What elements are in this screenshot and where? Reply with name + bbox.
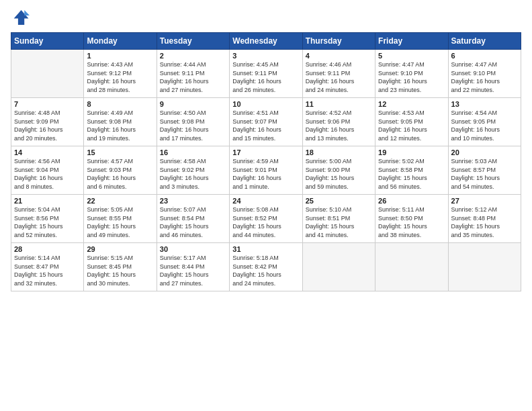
header-row: SundayMondayTuesdayWednesdayThursdayFrid… bbox=[11, 33, 521, 50]
calendar-cell: 2Sunrise: 4:44 AM Sunset: 9:11 PM Daylig… bbox=[157, 50, 229, 98]
calendar-cell: 20Sunrise: 5:03 AM Sunset: 8:57 PM Dayli… bbox=[448, 146, 521, 195]
day-number: 22 bbox=[87, 197, 153, 205]
day-header-tuesday: Tuesday bbox=[157, 33, 229, 50]
week-row-5: 28Sunrise: 5:14 AM Sunset: 8:47 PM Dayli… bbox=[11, 243, 521, 291]
day-number: 23 bbox=[160, 197, 226, 205]
calendar-cell: 22Sunrise: 5:05 AM Sunset: 8:55 PM Dayli… bbox=[84, 195, 157, 243]
day-number: 10 bbox=[232, 100, 299, 108]
day-info: Sunrise: 4:44 AM Sunset: 9:11 PM Dayligh… bbox=[160, 60, 226, 94]
calendar-cell: 15Sunrise: 4:57 AM Sunset: 9:03 PM Dayli… bbox=[84, 146, 157, 195]
day-header-wednesday: Wednesday bbox=[230, 33, 302, 50]
day-header-saturday: Saturday bbox=[448, 33, 521, 50]
day-number: 7 bbox=[14, 100, 81, 108]
day-number: 29 bbox=[87, 245, 153, 253]
day-info: Sunrise: 5:15 AM Sunset: 8:45 PM Dayligh… bbox=[87, 254, 153, 287]
calendar-cell: 14Sunrise: 4:56 AM Sunset: 9:04 PM Dayli… bbox=[11, 146, 84, 195]
day-info: Sunrise: 4:51 AM Sunset: 9:07 PM Dayligh… bbox=[232, 109, 299, 142]
calendar-cell: 12Sunrise: 4:53 AM Sunset: 9:05 PM Dayli… bbox=[375, 98, 448, 146]
day-info: Sunrise: 4:49 AM Sunset: 9:08 PM Dayligh… bbox=[87, 109, 153, 142]
day-info: Sunrise: 4:59 AM Sunset: 9:01 PM Dayligh… bbox=[232, 157, 299, 191]
week-row-1: 1Sunrise: 4:43 AM Sunset: 9:12 PM Daylig… bbox=[11, 50, 521, 98]
calendar-cell: 9Sunrise: 4:50 AM Sunset: 9:08 PM Daylig… bbox=[157, 98, 229, 146]
day-info: Sunrise: 4:46 AM Sunset: 9:11 PM Dayligh… bbox=[306, 60, 372, 94]
calendar-cell bbox=[375, 243, 448, 291]
logo-icon bbox=[11, 8, 30, 27]
day-number: 17 bbox=[232, 148, 299, 156]
day-number: 8 bbox=[87, 100, 153, 108]
day-number: 4 bbox=[306, 52, 372, 60]
day-header-monday: Monday bbox=[84, 33, 157, 50]
calendar-cell: 16Sunrise: 4:58 AM Sunset: 9:02 PM Dayli… bbox=[157, 146, 229, 195]
day-number: 13 bbox=[451, 100, 518, 108]
day-info: Sunrise: 5:18 AM Sunset: 8:42 PM Dayligh… bbox=[232, 254, 299, 287]
calendar-cell: 18Sunrise: 5:00 AM Sunset: 9:00 PM Dayli… bbox=[302, 146, 375, 195]
calendar-cell bbox=[302, 243, 375, 291]
day-number: 12 bbox=[378, 100, 445, 108]
calendar-cell bbox=[448, 243, 521, 291]
day-info: Sunrise: 4:45 AM Sunset: 9:11 PM Dayligh… bbox=[232, 60, 299, 94]
day-info: Sunrise: 4:58 AM Sunset: 9:02 PM Dayligh… bbox=[160, 157, 226, 191]
day-info: Sunrise: 4:43 AM Sunset: 9:12 PM Dayligh… bbox=[87, 60, 153, 94]
day-number: 14 bbox=[14, 148, 81, 156]
week-row-4: 21Sunrise: 5:04 AM Sunset: 8:56 PM Dayli… bbox=[11, 195, 521, 243]
day-info: Sunrise: 4:52 AM Sunset: 9:06 PM Dayligh… bbox=[306, 109, 372, 142]
day-info: Sunrise: 5:14 AM Sunset: 8:47 PM Dayligh… bbox=[14, 254, 81, 287]
day-number: 6 bbox=[451, 52, 518, 60]
day-number: 26 bbox=[378, 197, 445, 205]
week-row-3: 14Sunrise: 4:56 AM Sunset: 9:04 PM Dayli… bbox=[11, 146, 521, 195]
calendar-cell: 10Sunrise: 4:51 AM Sunset: 9:07 PM Dayli… bbox=[230, 98, 302, 146]
calendar-cell: 19Sunrise: 5:02 AM Sunset: 8:58 PM Dayli… bbox=[375, 146, 448, 195]
day-number: 15 bbox=[87, 148, 153, 156]
day-number: 16 bbox=[160, 148, 226, 156]
day-info: Sunrise: 5:04 AM Sunset: 8:56 PM Dayligh… bbox=[14, 205, 81, 239]
day-number: 21 bbox=[14, 197, 81, 205]
day-info: Sunrise: 4:50 AM Sunset: 9:08 PM Dayligh… bbox=[160, 109, 226, 142]
calendar-cell: 21Sunrise: 5:04 AM Sunset: 8:56 PM Dayli… bbox=[11, 195, 84, 243]
day-info: Sunrise: 5:02 AM Sunset: 8:58 PM Dayligh… bbox=[378, 157, 445, 191]
day-info: Sunrise: 5:12 AM Sunset: 8:48 PM Dayligh… bbox=[451, 205, 518, 239]
day-info: Sunrise: 4:53 AM Sunset: 9:05 PM Dayligh… bbox=[378, 109, 445, 142]
day-number: 20 bbox=[451, 148, 518, 156]
day-number: 28 bbox=[14, 245, 81, 253]
calendar-cell: 26Sunrise: 5:11 AM Sunset: 8:50 PM Dayli… bbox=[375, 195, 448, 243]
calendar-cell: 13Sunrise: 4:54 AM Sunset: 9:05 PM Dayli… bbox=[448, 98, 521, 146]
calendar-cell: 31Sunrise: 5:18 AM Sunset: 8:42 PM Dayli… bbox=[230, 243, 302, 291]
day-number: 24 bbox=[232, 197, 299, 205]
day-info: Sunrise: 4:56 AM Sunset: 9:04 PM Dayligh… bbox=[14, 157, 81, 191]
calendar-cell: 5Sunrise: 4:47 AM Sunset: 9:10 PM Daylig… bbox=[375, 50, 448, 98]
calendar-cell: 3Sunrise: 4:45 AM Sunset: 9:11 PM Daylig… bbox=[230, 50, 302, 98]
calendar-cell: 17Sunrise: 4:59 AM Sunset: 9:01 PM Dayli… bbox=[230, 146, 302, 195]
day-info: Sunrise: 5:11 AM Sunset: 8:50 PM Dayligh… bbox=[378, 205, 445, 239]
day-info: Sunrise: 5:07 AM Sunset: 8:54 PM Dayligh… bbox=[160, 205, 226, 239]
day-number: 25 bbox=[306, 197, 372, 205]
day-number: 9 bbox=[160, 100, 226, 108]
calendar-cell: 8Sunrise: 4:49 AM Sunset: 9:08 PM Daylig… bbox=[84, 98, 157, 146]
calendar-cell: 23Sunrise: 5:07 AM Sunset: 8:54 PM Dayli… bbox=[157, 195, 229, 243]
day-info: Sunrise: 5:17 AM Sunset: 8:44 PM Dayligh… bbox=[160, 254, 226, 287]
day-number: 27 bbox=[451, 197, 518, 205]
week-row-2: 7Sunrise: 4:48 AM Sunset: 9:09 PM Daylig… bbox=[11, 98, 521, 146]
day-info: Sunrise: 5:03 AM Sunset: 8:57 PM Dayligh… bbox=[451, 157, 518, 191]
calendar-cell: 24Sunrise: 5:08 AM Sunset: 8:52 PM Dayli… bbox=[230, 195, 302, 243]
day-info: Sunrise: 5:08 AM Sunset: 8:52 PM Dayligh… bbox=[232, 205, 299, 239]
page-header bbox=[11, 8, 521, 27]
svg-marker-1 bbox=[24, 10, 30, 15]
day-header-friday: Friday bbox=[375, 33, 448, 50]
calendar-cell: 28Sunrise: 5:14 AM Sunset: 8:47 PM Dayli… bbox=[11, 243, 84, 291]
day-number: 11 bbox=[306, 100, 372, 108]
day-info: Sunrise: 4:54 AM Sunset: 9:05 PM Dayligh… bbox=[451, 109, 518, 142]
calendar-cell: 11Sunrise: 4:52 AM Sunset: 9:06 PM Dayli… bbox=[302, 98, 375, 146]
day-info: Sunrise: 5:10 AM Sunset: 8:51 PM Dayligh… bbox=[306, 205, 372, 239]
day-info: Sunrise: 4:48 AM Sunset: 9:09 PM Dayligh… bbox=[14, 109, 81, 142]
day-number: 31 bbox=[232, 245, 299, 253]
day-number: 3 bbox=[232, 52, 299, 60]
calendar-cell: 1Sunrise: 4:43 AM Sunset: 9:12 PM Daylig… bbox=[84, 50, 157, 98]
day-info: Sunrise: 5:05 AM Sunset: 8:55 PM Dayligh… bbox=[87, 205, 153, 239]
day-info: Sunrise: 4:47 AM Sunset: 9:10 PM Dayligh… bbox=[451, 60, 518, 94]
day-header-thursday: Thursday bbox=[302, 33, 375, 50]
day-number: 18 bbox=[306, 148, 372, 156]
calendar-cell: 30Sunrise: 5:17 AM Sunset: 8:44 PM Dayli… bbox=[157, 243, 229, 291]
day-info: Sunrise: 5:00 AM Sunset: 9:00 PM Dayligh… bbox=[306, 157, 372, 191]
day-header-sunday: Sunday bbox=[11, 33, 84, 50]
day-number: 2 bbox=[160, 52, 226, 60]
